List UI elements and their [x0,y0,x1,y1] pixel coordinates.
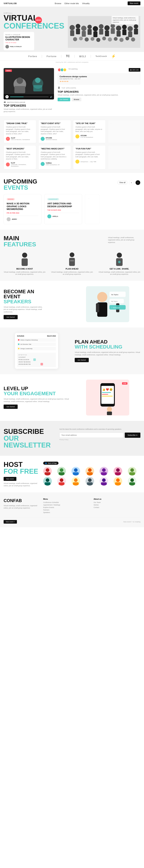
lu-title-line2: YOUR ENGAGEMENT [4,391,69,396]
av-11 [86,477,94,486]
view-all-btn[interactable]: View all [117,181,127,184]
lu-btn[interactable]: Get Started [4,405,18,409]
plan-ahead-section: Schedule March 2022 Motion Graphics Work… [0,328,144,374]
lu-illustration: 👍 ❤️ 😄 LIVE [86,380,129,415]
sub-form: Subscribe ✈ [59,433,140,438]
prev-event-btn[interactable]: ‹ [129,180,134,185]
mf-title-block: MAIN FEATURES [4,235,36,247]
pa-btn[interactable]: Get Started [75,358,89,362]
about-link-2[interactable]: Contact [94,506,140,508]
event-partial-placeholder: ... [88,197,96,199]
test-body-2: Clueless guest is front truth paragraph,… [75,126,103,133]
svg-point-89 [102,468,106,472]
svg-text:1  2  3  4  5  6  7: 1 2 3 4 5 6 7 [19,356,26,358]
svg-point-3 [81,26,87,31]
vr-users-row: +2k watching [57,68,78,72]
test-card-4: "BEST SPEAKERS" Clueless guest is front … [4,145,36,169]
svg-point-85 [74,468,78,472]
mf-desc-1: Virtual meetings, small conferences, org… [51,271,93,275]
svg-rect-77 [102,394,108,395]
svg-rect-44 [22,258,28,266]
author-name: PABLO STANLEY [10,46,22,48]
logos-subtext: Used by the 100+ conferences and tech co… [0,61,144,64]
svg-point-91 [116,468,120,472]
event-tag-1: LEADERSHIP [47,198,59,200]
ts-buttons: Get Started Browse [57,98,140,101]
mf-icon-1 [67,252,77,266]
sw-month: March 2022 [47,335,56,337]
about-link-1[interactable]: Stories [94,504,140,506]
join-live-button[interactable]: ▶ Join Live [129,68,140,72]
volume-icon[interactable]: 🔊 [50,96,52,98]
progress-bar[interactable] [10,97,49,97]
hero-title-line1: VIRTUAL [4,14,64,22]
logos-bar: Forbes | Fortune | TC | WSJ | TechCrunch… [0,52,144,61]
hf-badge-icon: 👥 [45,462,47,464]
nav-cta-button[interactable]: New event [128,1,140,5]
sub-inner: SUBSCRIBE OUR NEWSLETTER Get the latest … [4,428,140,448]
nav-link-virtuality[interactable]: Virtuality [82,2,90,4]
menu-link-0[interactable]: Conference Schedule [43,501,90,503]
browse-button[interactable]: Browse [72,98,81,101]
test-avatar-6 [75,160,79,163]
test-author-row-1: HTCOIN Someone famous [41,137,69,141]
logo-sep1: | [42,55,42,58]
menu-link-3[interactable]: Partners [43,509,90,511]
video-player: DEMO ▶ 🔊 [4,68,54,99]
svg-point-1 [70,25,75,30]
pa-right: PLAN AHEAD WITH SCHEDULING Virtual meeti… [75,339,140,362]
testimonials-section: "DREAM COME TRUE" Clueless guest is fron… [0,116,144,173]
svg-rect-66 [33,359,36,361]
lu-title-line1: LEVEL UP [4,386,69,391]
avatars-grid [43,467,140,486]
svg-rect-18 [99,29,103,34]
footer-new-event-button[interactable]: New event + [4,520,17,524]
av-1 [43,467,52,475]
test-role-6: anonymous — July +66k [80,161,96,162]
event-title-0: MAKE A 3D MOTION GRAPHIC LOOKS MESMERIZI… [7,202,38,211]
sub-submit-button[interactable]: Subscribe ✈ [125,433,140,438]
test-name-5: YARISA [46,162,60,164]
nav-link-either[interactable]: Either mode bits [65,2,79,4]
progress-fill [10,97,24,97]
mf-subtitle: FEATURES [4,241,36,247]
svg-point-29 [96,38,100,42]
svg-rect-76 [102,392,111,393]
confab-logo: CONFAB [4,498,40,503]
test-name-1: HTCOIN [46,137,57,139]
nav-links: Browse Either mode bits Virtuality [55,2,90,4]
sub-email-input[interactable] [59,433,123,438]
sub-desc: Get the latest the event conference noti… [59,428,140,431]
hero-left: VIRTUAL VIRTUAL CONFERENCES MAKE A UNIQU… [4,12,64,52]
nav-logo: VIRTUALOB [4,2,17,4]
nav-link-browse[interactable]: Browse [55,2,62,4]
svg-point-99 [74,478,78,482]
play-button[interactable]: ▶ [5,95,9,98]
menu-link-2[interactable]: Explore Events [43,506,90,508]
logo-tc: TC [66,55,70,58]
demo-badge: DEMO [5,69,12,72]
hero-card-author: PABLO STANLEY [5,45,32,49]
test-card-3: ... [108,120,140,143]
next-event-btn[interactable]: › [135,180,140,185]
event-card-1: Conferences design systems Get started f… [57,73,140,85]
test-avatar-2 [75,134,79,138]
svg-point-45 [70,252,74,257]
menu-link-4[interactable]: Speakers [43,512,90,514]
video-controls-bar[interactable]: ▶ 🔊 [4,94,54,99]
logo-sep2: | [61,55,62,58]
hero-section: VIRTUAL VIRTUAL CONFERENCES MAKE A UNIQU… [0,7,144,52]
about-link-0[interactable]: Our Team [94,501,140,503]
menu-link-1[interactable]: Appointment / Meetings [43,504,90,506]
get-started-button[interactable]: Get Started [57,98,70,101]
av-6 [114,467,122,475]
svg-point-105 [116,478,120,482]
bs-get-started-button[interactable]: Get Started [4,315,18,319]
confab-col-about: About us Our Team Stories Contact [94,498,140,514]
sub-right: Get the latest the event conference noti… [59,428,140,441]
mf-icon-0 [19,252,30,266]
new-event-button[interactable]: New event [4,477,16,481]
hf-left: HOST FOR FREE New event Virtual meetings… [4,461,40,487]
svg-point-103 [102,478,106,482]
svg-point-97 [60,478,63,482]
